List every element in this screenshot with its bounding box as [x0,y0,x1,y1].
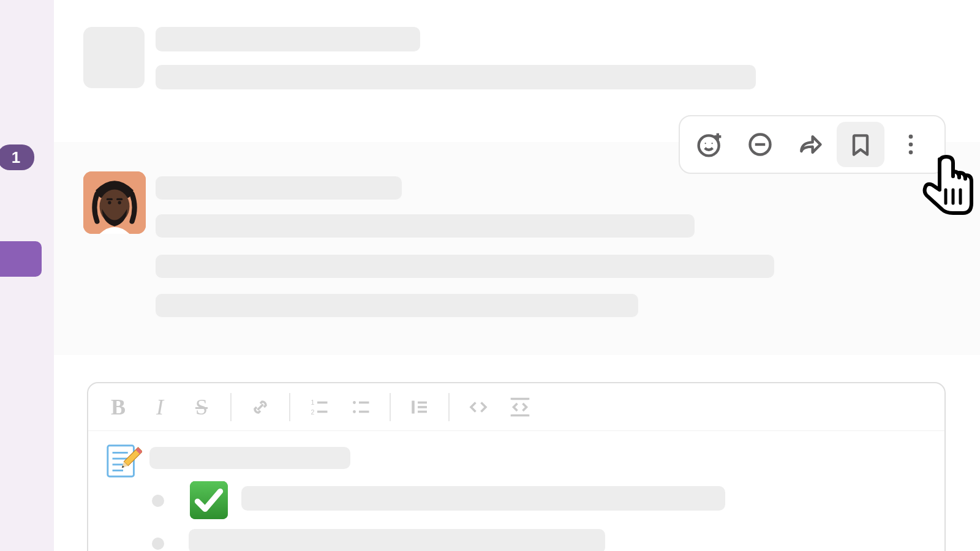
toolbar-separator [289,393,290,421]
add-reaction-button[interactable] [686,122,734,167]
message-text-placeholder [156,176,402,200]
code-block-icon [509,396,531,418]
svg-point-3 [118,201,121,204]
message-text-placeholder [156,294,638,317]
bold-button[interactable]: B [99,390,137,424]
message-text-placeholder [156,214,695,238]
blockquote-icon [409,396,431,418]
more-vertical-icon [897,131,924,158]
svg-point-15 [909,151,913,155]
svg-text:2: 2 [311,408,315,416]
more-actions-button[interactable] [887,122,935,167]
svg-point-2 [108,201,111,204]
message-text-placeholder [156,255,774,278]
avatar[interactable] [83,171,146,234]
svg-point-13 [909,135,913,139]
workspace-rail: 1 [0,0,54,551]
message-text-placeholder [156,27,420,51]
message-text-placeholder [156,65,756,89]
bullet-point [152,538,164,550]
bookmark-button[interactable] [837,122,884,167]
strikethrough-button[interactable]: S [183,390,221,424]
message-avatar-placeholder [83,27,145,88]
message-composer[interactable]: B I S 1 2 [87,382,946,551]
code-block-button[interactable] [501,390,539,424]
ordered-list-button[interactable]: 1 2 [300,390,338,424]
svg-point-14 [909,143,913,147]
message-pane: B I S 1 2 [54,0,980,551]
svg-point-24 [353,410,356,413]
active-channel-indicator[interactable] [0,241,42,277]
toolbar-separator [390,393,391,421]
svg-point-8 [712,143,713,144]
speech-bubble-icon [747,131,774,158]
svg-point-6 [699,135,719,156]
reply-thread-button[interactable] [736,122,784,167]
bulleted-list-icon [350,396,372,418]
toolbar-separator [448,393,450,421]
blockquote-button[interactable] [401,390,439,424]
mention-badge-count: 1 [12,148,20,167]
ordered-list-icon: 1 2 [308,396,330,418]
app-root: 1 [0,0,980,551]
message-hover-toolbar [679,115,946,174]
draft-text-placeholder [149,447,350,469]
link-icon [249,396,271,418]
share-arrow-icon [797,131,824,158]
hovered-message[interactable] [54,142,980,355]
svg-point-7 [705,143,706,144]
avatar-image [83,171,146,234]
svg-point-23 [353,401,356,404]
toolbar-separator [230,393,232,421]
mention-badge[interactable]: 1 [0,144,34,170]
draft-text-placeholder [241,486,725,511]
italic-button[interactable]: I [141,390,179,424]
composer-content[interactable] [88,431,944,467]
bulleted-list-button[interactable] [342,390,380,424]
code-icon [467,396,489,418]
memo-emoji [104,442,142,480]
bookmark-icon [847,131,874,158]
svg-rect-4 [107,198,113,200]
share-button[interactable] [786,122,834,167]
draft-text-placeholder [189,529,605,551]
inline-code-button[interactable] [459,390,497,424]
check-mark-emoji [189,480,229,520]
link-button[interactable] [241,390,279,424]
svg-text:1: 1 [311,398,315,405]
emoji-plus-icon [696,131,723,158]
formatting-toolbar: B I S 1 2 [88,383,944,431]
svg-rect-5 [116,198,123,200]
bullet-point [152,495,164,507]
